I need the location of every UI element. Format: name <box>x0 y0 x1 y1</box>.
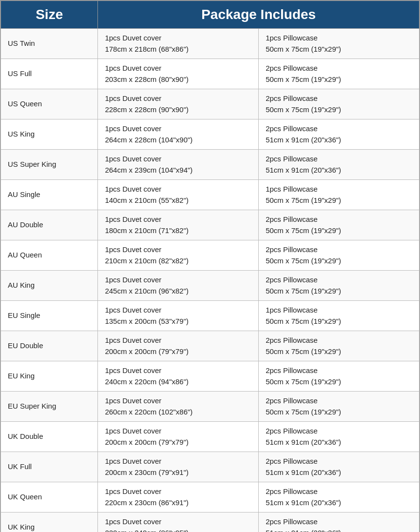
duvet-cell: 1pcs Duvet cover228cm x 228cm (90"x90") <box>98 89 259 119</box>
size-cell: AU Double <box>1 210 98 240</box>
table-row: AU Single1pcs Duvet cover140cm x 210cm (… <box>1 180 420 210</box>
duvet-cell: 1pcs Duvet cover264cm x 239cm (104"x94") <box>98 150 259 180</box>
table-row: UK Double1pcs Duvet cover200cm x 200cm (… <box>1 422 420 452</box>
size-cell: EU Double <box>1 331 98 361</box>
table-row: UK Queen1pcs Duvet cover220cm x 230cm (8… <box>1 482 420 512</box>
table-row: UK King1pcs Duvet cover220cm x 240cm (86… <box>1 512 420 532</box>
size-cell: AU Single <box>1 180 98 210</box>
duvet-cell: 1pcs Duvet cover245cm x 210cm (96"x82") <box>98 271 259 301</box>
duvet-cell: 1pcs Duvet cover264cm x 228cm (104"x90") <box>98 119 259 150</box>
table-row: EU King1pcs Duvet cover240cm x 220cm (94… <box>1 361 420 392</box>
table-row: AU Double1pcs Duvet cover180cm x 210cm (… <box>1 210 420 240</box>
pillow-cell: 2pcs Pillowcase50cm x 75cm (19"x29") <box>259 59 420 89</box>
table-row: US King1pcs Duvet cover264cm x 228cm (10… <box>1 119 420 150</box>
pillow-cell: 1pcs Pillowcase50cm x 75cm (19"x29") <box>259 29 420 59</box>
table-row: EU Super King1pcs Duvet cover260cm x 220… <box>1 392 420 422</box>
duvet-cell: 1pcs Duvet cover200cm x 200cm (79"x79") <box>98 331 259 361</box>
pillow-cell: 2pcs Pillowcase51cm x 91cm (20"x36") <box>259 452 420 482</box>
table-row: UK Full1pcs Duvet cover200cm x 230cm (79… <box>1 452 420 482</box>
duvet-cell: 1pcs Duvet cover220cm x 240cm (86"x95") <box>98 512 259 532</box>
duvet-cell: 1pcs Duvet cover260cm x 220cm (102"x86") <box>98 392 259 422</box>
header-package: Package Includes <box>98 1 420 29</box>
duvet-cell: 1pcs Duvet cover135cm x 200cm (53"x79") <box>98 301 259 331</box>
pillow-cell: 1pcs Pillowcase50cm x 75cm (19"x29") <box>259 180 420 210</box>
table-row: US Full1pcs Duvet cover203cm x 228cm (80… <box>1 59 420 89</box>
table-row: EU Single1pcs Duvet cover135cm x 200cm (… <box>1 301 420 331</box>
duvet-cell: 1pcs Duvet cover210cm x 210cm (82"x82") <box>98 240 259 271</box>
pillow-cell: 2pcs Pillowcase51cm x 91cm (20"x36") <box>259 512 420 532</box>
table-row: US Super King1pcs Duvet cover264cm x 239… <box>1 150 420 180</box>
duvet-cell: 1pcs Duvet cover240cm x 220cm (94"x86") <box>98 361 259 392</box>
duvet-cell: 1pcs Duvet cover220cm x 230cm (86"x91") <box>98 482 259 512</box>
size-cell: EU Single <box>1 301 98 331</box>
size-cell: UK Queen <box>1 482 98 512</box>
size-cell: AU King <box>1 271 98 301</box>
duvet-cell: 1pcs Duvet cover203cm x 228cm (80"x90") <box>98 59 259 89</box>
size-cell: US Super King <box>1 150 98 180</box>
pillow-cell: 1pcs Pillowcase50cm x 75cm (19"x29") <box>259 301 420 331</box>
duvet-cell: 1pcs Duvet cover178cm x 218cm (68"x86") <box>98 29 259 59</box>
pillow-cell: 2pcs Pillowcase50cm x 75cm (19"x29") <box>259 240 420 271</box>
size-cell: US Queen <box>1 89 98 119</box>
size-cell: UK Full <box>1 452 98 482</box>
size-cell: US Full <box>1 59 98 89</box>
size-cell: AU Queen <box>1 240 98 271</box>
size-table: Size Package Includes US Twin1pcs Duvet … <box>0 0 420 532</box>
size-cell: EU Super King <box>1 392 98 422</box>
pillow-cell: 2pcs Pillowcase51cm x 91cm (20"x36") <box>259 150 420 180</box>
size-cell: US King <box>1 119 98 150</box>
header-size: Size <box>1 1 98 29</box>
pillow-cell: 2pcs Pillowcase50cm x 75cm (19"x29") <box>259 361 420 392</box>
pillow-cell: 2pcs Pillowcase50cm x 75cm (19"x29") <box>259 89 420 119</box>
duvet-cell: 1pcs Duvet cover180cm x 210cm (71"x82") <box>98 210 259 240</box>
size-cell: UK Double <box>1 422 98 452</box>
pillow-cell: 2pcs Pillowcase51cm x 91cm (20"x36") <box>259 119 420 150</box>
table-row: AU Queen1pcs Duvet cover210cm x 210cm (8… <box>1 240 420 271</box>
pillow-cell: 2pcs Pillowcase51cm x 91cm (20"x36") <box>259 482 420 512</box>
pillow-cell: 2pcs Pillowcase50cm x 75cm (19"x29") <box>259 210 420 240</box>
pillow-cell: 2pcs Pillowcase50cm x 75cm (19"x29") <box>259 392 420 422</box>
size-cell: US Twin <box>1 29 98 59</box>
table-row: US Twin1pcs Duvet cover178cm x 218cm (68… <box>1 29 420 59</box>
duvet-cell: 1pcs Duvet cover200cm x 200cm (79"x79") <box>98 422 259 452</box>
pillow-cell: 2pcs Pillowcase51cm x 91cm (20"x36") <box>259 422 420 452</box>
table-row: EU Double1pcs Duvet cover200cm x 200cm (… <box>1 331 420 361</box>
table-row: US Queen1pcs Duvet cover228cm x 228cm (9… <box>1 89 420 119</box>
duvet-cell: 1pcs Duvet cover200cm x 230cm (79"x91") <box>98 452 259 482</box>
pillow-cell: 2pcs Pillowcase50cm x 75cm (19"x29") <box>259 331 420 361</box>
table-row: AU King1pcs Duvet cover245cm x 210cm (96… <box>1 271 420 301</box>
duvet-cell: 1pcs Duvet cover140cm x 210cm (55"x82") <box>98 180 259 210</box>
size-cell: UK King <box>1 512 98 532</box>
pillow-cell: 2pcs Pillowcase50cm x 75cm (19"x29") <box>259 271 420 301</box>
size-cell: EU King <box>1 361 98 392</box>
